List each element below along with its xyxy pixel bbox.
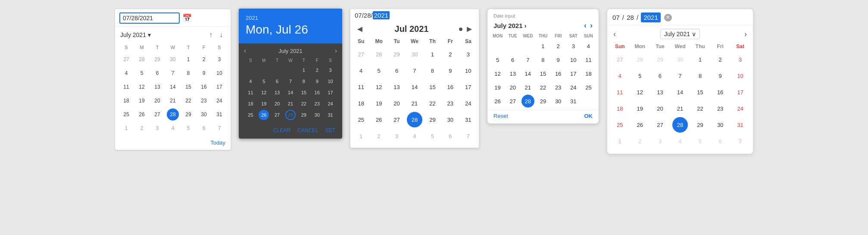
cal5-clear-btn[interactable]: ✕: [664, 14, 672, 22]
cal5-day[interactable]: 16: [712, 84, 728, 100]
cal4-day[interactable]: 5: [491, 53, 504, 66]
cal1-day[interactable]: 2: [198, 53, 210, 65]
cal1-day[interactable]: 27: [120, 53, 132, 65]
cal2-day[interactable]: 19: [259, 99, 269, 109]
cal2-day[interactable]: 16: [312, 87, 322, 98]
cal3-day[interactable]: 9: [443, 63, 458, 78]
cal3-day[interactable]: 15: [425, 79, 440, 95]
cal2-day-highlighted[interactable]: 28: [285, 110, 296, 120]
cal3-day[interactable]: 1: [353, 128, 369, 144]
cal5-day[interactable]: 1: [612, 133, 628, 149]
cal1-month-label[interactable]: July 2021 ▾: [120, 31, 151, 38]
cal1-day[interactable]: 15: [182, 81, 194, 93]
cal2-day[interactable]: 30: [312, 110, 322, 120]
cal2-day[interactable]: 7: [285, 76, 296, 87]
cal1-day[interactable]: 11: [120, 81, 132, 93]
cal5-day[interactable]: 5: [632, 68, 648, 83]
cal3-day[interactable]: 31: [460, 112, 476, 127]
cal1-day[interactable]: 1: [182, 53, 194, 65]
cal4-day[interactable]: 29: [537, 95, 550, 108]
cal3-day[interactable]: 25: [353, 112, 369, 127]
cal4-day[interactable]: 2: [552, 40, 565, 53]
cal5-day[interactable]: 8: [693, 68, 708, 83]
cal2-day[interactable]: 8: [299, 76, 309, 87]
cal4-day[interactable]: 15: [537, 67, 550, 80]
cal1-day[interactable]: 3: [213, 53, 225, 65]
cal3-day[interactable]: 24: [460, 96, 476, 111]
cal5-day[interactable]: 9: [712, 68, 728, 83]
cal4-day[interactable]: 21: [521, 81, 534, 94]
cal5-day[interactable]: 25: [612, 117, 628, 133]
cal2-day-selected[interactable]: 26: [259, 110, 269, 120]
cal2-day[interactable]: 5: [259, 76, 269, 87]
cal4-day[interactable]: 14: [521, 67, 534, 80]
cal3-day[interactable]: 29: [389, 46, 405, 62]
cal1-day-selected[interactable]: 28: [167, 108, 179, 121]
cal3-day[interactable]: 8: [425, 63, 440, 78]
cal3-day[interactable]: 19: [371, 96, 387, 111]
cal1-day[interactable]: 4: [120, 67, 132, 79]
cal2-day[interactable]: 9: [312, 76, 322, 87]
cal5-day[interactable]: 29: [652, 52, 668, 67]
cal4-day[interactable]: 11: [582, 53, 595, 66]
cal4-day[interactable]: 19: [491, 81, 504, 94]
cal1-day[interactable]: 18: [120, 95, 132, 107]
cal1-day[interactable]: 29: [182, 108, 194, 121]
cal5-day[interactable]: 4: [612, 68, 628, 83]
cal4-reset-btn[interactable]: Reset: [493, 113, 508, 119]
cal1-day[interactable]: 23: [198, 95, 210, 107]
cal4-ok-btn[interactable]: OK: [584, 113, 593, 119]
cal5-day[interactable]: 27: [612, 52, 628, 67]
cal3-next-btn[interactable]: ►: [465, 24, 474, 34]
cal4-day[interactable]: 7: [521, 53, 534, 66]
cal3-day[interactable]: 27: [353, 46, 369, 62]
cal3-day[interactable]: 22: [425, 96, 440, 111]
cal1-day[interactable]: 22: [182, 95, 194, 107]
cal4-day[interactable]: 4: [582, 40, 595, 53]
cal5-day[interactable]: 24: [733, 101, 748, 116]
cal1-day[interactable]: 1: [120, 122, 132, 134]
cal1-day[interactable]: 5: [182, 122, 194, 134]
cal5-day[interactable]: 23: [712, 101, 728, 116]
cal5-month-select[interactable]: July 2021 ∨: [660, 29, 700, 39]
cal2-set-btn[interactable]: SET: [325, 127, 335, 133]
cal3-input-day[interactable]: 28: [364, 12, 371, 19]
cal4-day[interactable]: 6: [506, 53, 519, 66]
cal2-day[interactable]: 13: [272, 87, 282, 98]
cal5-day[interactable]: 3: [652, 133, 668, 149]
cal5-day[interactable]: 5: [693, 133, 708, 149]
cal5-day[interactable]: 29: [693, 117, 708, 133]
cal4-day[interactable]: 13: [506, 67, 519, 80]
cal5-next-btn[interactable]: ›: [744, 30, 747, 39]
cal1-prev-btn[interactable]: ↑: [206, 30, 215, 40]
cal3-day[interactable]: 10: [460, 63, 476, 78]
cal5-day[interactable]: 12: [632, 84, 648, 100]
cal3-day[interactable]: 17: [460, 79, 476, 95]
cal3-day[interactable]: 23: [443, 96, 458, 111]
cal5-prev-btn[interactable]: ‹: [613, 30, 616, 39]
cal1-day[interactable]: 7: [167, 67, 179, 79]
cal4-month-label[interactable]: July 2021 ›: [493, 22, 527, 29]
cal3-day[interactable]: 29: [425, 112, 440, 127]
cal3-day-selected[interactable]: 28: [407, 112, 422, 127]
cal4-day[interactable]: 26: [491, 95, 504, 108]
cal2-day[interactable]: 31: [325, 110, 336, 120]
cal5-day[interactable]: 28: [632, 52, 648, 67]
cal1-day[interactable]: 24: [213, 95, 225, 107]
cal3-day[interactable]: 20: [389, 96, 405, 111]
cal4-day[interactable]: 1: [537, 40, 550, 53]
cal3-day[interactable]: 11: [353, 79, 369, 95]
cal1-day[interactable]: 27: [151, 108, 163, 121]
cal3-day[interactable]: 3: [389, 128, 405, 144]
cal2-day[interactable]: 6: [272, 76, 282, 87]
cal2-day[interactable]: 3: [325, 65, 336, 75]
cal3-day[interactable]: 27: [389, 112, 405, 127]
cal5-day[interactable]: 22: [693, 101, 708, 116]
cal3-day[interactable]: 5: [425, 128, 440, 144]
cal5-day[interactable]: 4: [672, 133, 688, 149]
calendar-icon[interactable]: 📅: [182, 13, 192, 23]
cal1-day[interactable]: 30: [198, 108, 210, 121]
cal3-day[interactable]: 13: [389, 79, 405, 95]
cal2-day[interactable]: 15: [299, 87, 309, 98]
cal5-day[interactable]: 17: [733, 84, 748, 100]
